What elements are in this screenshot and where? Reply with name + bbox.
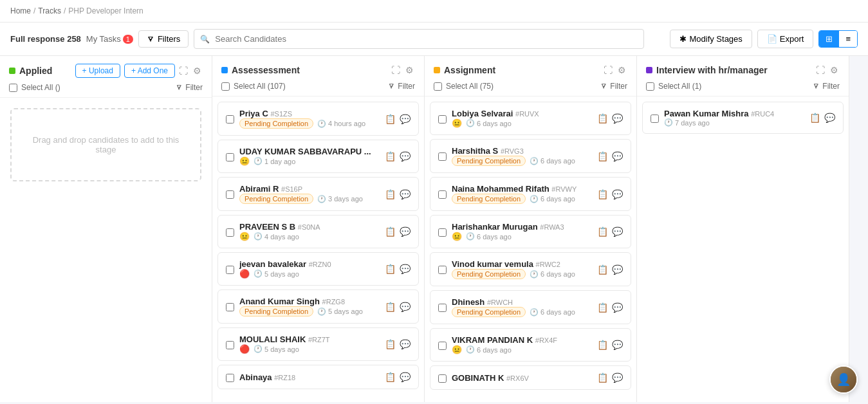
upload-button[interactable]: + Upload [75, 64, 120, 78]
column-header-applied: Applied + Upload + Add One ⛶ ⚙ Select Al… [0, 56, 212, 98]
copy-button[interactable]: 📋 [597, 151, 608, 161]
message-button[interactable]: 💬 [400, 264, 411, 274]
select-all-checkbox-interview-hr[interactable] [646, 82, 654, 91]
column-filter-applied[interactable]: ⛛ Filter [176, 83, 203, 92]
copy-button[interactable]: 📋 [385, 189, 396, 199]
candidate-info: Lobiya Selvarai #RUVX 😐 🕐6 days ago [452, 109, 597, 128]
list-view-button[interactable]: ≡ [839, 31, 857, 47]
search-input[interactable] [194, 29, 644, 49]
message-button[interactable]: 💬 [612, 189, 623, 199]
message-button[interactable]: 💬 [612, 264, 623, 275]
message-button[interactable]: 💬 [400, 114, 411, 124]
export-icon: 📄 [767, 34, 777, 44]
copy-button[interactable]: 📋 [597, 264, 608, 275]
expand-icon[interactable]: ⛶ [390, 64, 402, 77]
candidate-checkbox[interactable] [226, 303, 234, 311]
column-body-interview-hr: Pawan Kumar Mishra #RUC4 🕐7 days ago [637, 96, 849, 402]
candidate-checkbox[interactable] [438, 374, 447, 383]
copy-button[interactable]: 📋 [385, 264, 396, 274]
copy-button[interactable]: 📋 [597, 189, 608, 199]
card-actions: 📋 💬 [597, 189, 623, 199]
copy-button[interactable]: 📋 [385, 226, 396, 237]
message-button[interactable]: 💬 [400, 226, 411, 237]
select-all-checkbox-assignment[interactable] [434, 82, 442, 91]
candidate-card: Pawan Kumar Mishra #RUC4 🕐7 days ago [642, 102, 844, 134]
message-button[interactable]: 💬 [612, 340, 623, 350]
candidate-checkbox[interactable] [226, 374, 234, 382]
message-button[interactable]: 💬 [612, 113, 623, 124]
candidate-checkbox[interactable] [438, 190, 447, 199]
select-all-checkbox-applied[interactable] [9, 84, 17, 92]
add-one-button[interactable]: + Add One [124, 64, 175, 78]
message-button[interactable]: 💬 [824, 113, 835, 123]
candidate-info: Pawan Kumar Mishra #RUC4 🕐7 days ago [664, 109, 809, 127]
copy-button[interactable]: 📋 [597, 113, 608, 124]
candidate-name: GOBINATH K [452, 373, 504, 383]
pending-badge: Pending Completion [452, 156, 526, 166]
select-all-label-assessessment[interactable]: Select All (107) [221, 82, 286, 91]
candidate-meta: Pending Completion 🕐6 days ago [452, 307, 597, 317]
filters-button[interactable]: ⛛ Filters [138, 30, 189, 48]
candidate-meta: 🕐7 days ago [664, 118, 809, 127]
message-button[interactable]: 💬 [400, 339, 411, 349]
modify-stages-button[interactable]: ✱ Modify Stages [670, 30, 752, 48]
copy-button[interactable]: 📋 [597, 372, 608, 383]
select-all-checkbox-assessessment[interactable] [221, 82, 230, 91]
select-all-label-assignment[interactable]: Select All (75) [434, 82, 494, 91]
candidate-checkbox[interactable] [438, 342, 447, 350]
my-tasks-link[interactable]: My Tasks1 [86, 34, 133, 44]
candidate-name: Harshitha S [452, 146, 498, 156]
settings-icon[interactable]: ⚙ [404, 64, 415, 77]
copy-button[interactable]: 📋 [597, 340, 608, 350]
copy-button[interactable]: 📋 [597, 226, 608, 237]
expand-icon[interactable]: ⛶ [602, 64, 614, 77]
copy-button[interactable]: 📋 [809, 113, 820, 123]
pending-badge: Pending Completion [239, 306, 313, 317]
message-button[interactable]: 💬 [612, 226, 623, 237]
candidate-checkbox[interactable] [438, 115, 447, 124]
breadcrumb-tracks[interactable]: Tracks [38, 6, 61, 15]
column-filter-interview-hr[interactable]: ⛛ Filter [813, 82, 840, 91]
candidate-checkbox[interactable] [651, 115, 659, 123]
candidate-checkbox[interactable] [438, 152, 447, 161]
message-button[interactable]: 💬 [400, 189, 411, 199]
message-button[interactable]: 💬 [612, 151, 623, 161]
message-button[interactable]: 💬 [612, 372, 623, 383]
candidate-checkbox[interactable] [438, 304, 447, 312]
candidate-checkbox[interactable] [226, 266, 234, 274]
candidate-checkbox[interactable] [438, 266, 447, 274]
column-filter-assignment[interactable]: ⛛ Filter [600, 82, 627, 91]
copy-button[interactable]: 📋 [385, 151, 396, 161]
board-view-button[interactable]: ⊞ [819, 31, 839, 47]
settings-icon[interactable]: ⚙ [829, 64, 840, 77]
message-button[interactable]: 💬 [612, 302, 623, 313]
candidate-checkbox[interactable] [438, 228, 447, 237]
copy-button[interactable]: 📋 [385, 302, 396, 312]
candidate-checkbox[interactable] [226, 153, 234, 161]
candidate-info: Harshitha S #RVG3 Pending Completion 🕐6 … [452, 146, 597, 166]
select-all-label-interview-hr[interactable]: Select All (1) [646, 82, 701, 91]
settings-icon[interactable]: ⚙ [616, 64, 627, 77]
settings-icon[interactable]: ⚙ [192, 64, 203, 77]
export-button[interactable]: 📄 Export [757, 30, 814, 48]
candidate-id: #RUVX [515, 110, 539, 118]
candidate-checkbox[interactable] [226, 115, 234, 124]
message-button[interactable]: 💬 [400, 151, 411, 161]
copy-button[interactable]: 📋 [385, 372, 396, 382]
expand-icon[interactable]: ⛶ [178, 64, 189, 77]
copy-button[interactable]: 📋 [597, 302, 608, 313]
candidate-checkbox[interactable] [226, 190, 234, 199]
candidate-card: Naina Mohammed Rifath #RVWY Pending Comp… [430, 177, 631, 211]
candidate-checkbox[interactable] [226, 228, 234, 237]
expand-icon[interactable]: ⛶ [815, 64, 826, 77]
copy-button[interactable]: 📋 [385, 114, 396, 124]
view-toggle: ⊞ ≡ [818, 30, 858, 48]
select-all-label-applied[interactable]: Select All () [9, 83, 60, 92]
user-avatar[interactable]: 👤 [829, 365, 858, 394]
copy-button[interactable]: 📋 [385, 339, 396, 349]
message-button[interactable]: 💬 [400, 302, 411, 312]
message-button[interactable]: 💬 [400, 372, 411, 382]
column-filter-assessessment[interactable]: ⛛ Filter [388, 82, 415, 91]
candidate-checkbox[interactable] [226, 341, 234, 349]
breadcrumb-home[interactable]: Home [10, 6, 31, 15]
